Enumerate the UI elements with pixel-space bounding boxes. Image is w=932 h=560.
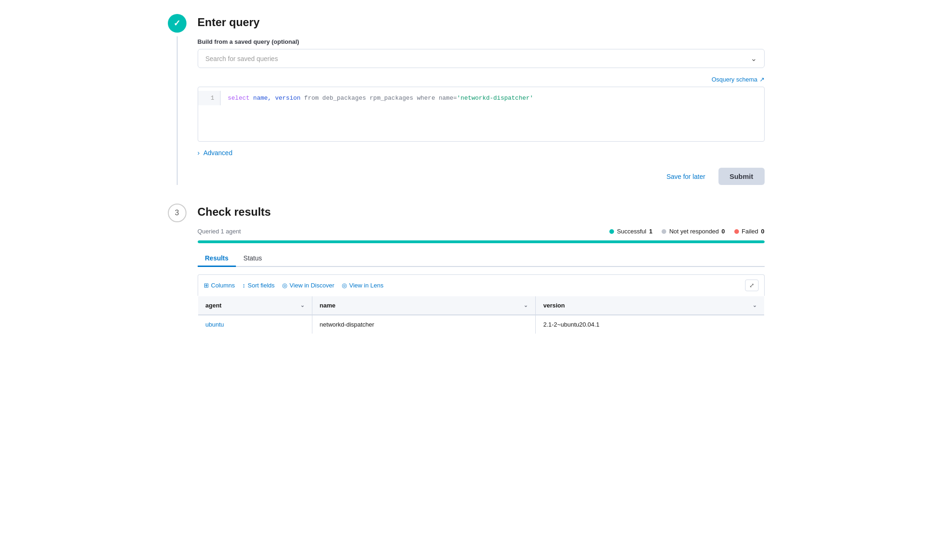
code-tables: deb_packages rpm_packages — [319, 95, 417, 102]
osquery-schema-link[interactable]: Osquery schema ↗ — [711, 76, 764, 83]
agent-link[interactable]: ubuntu — [206, 321, 224, 328]
step1-completed-indicator: ✓ — [168, 14, 186, 33]
discover-icon: ◎ — [282, 282, 287, 289]
expand-icon: ⤢ — [749, 282, 754, 289]
failed-label: Failed — [742, 228, 758, 235]
cell-agent: ubuntu — [198, 315, 312, 334]
step3-number-indicator: 3 — [168, 204, 186, 222]
not-responded-label: Not yet responded — [669, 228, 718, 235]
view-lens-button[interactable]: ◎ View in Lens — [342, 282, 383, 289]
status-failed: Failed 0 — [734, 228, 765, 235]
saved-query-dropdown[interactable]: Search for saved queries ⌄ — [198, 49, 765, 68]
code-equals: = — [453, 95, 457, 102]
code-columns: name, version — [249, 95, 304, 102]
column-name-label: name — [320, 302, 336, 309]
keyword-from: from — [304, 95, 318, 102]
code-condition-key: name — [435, 95, 453, 102]
code-line-1: 1 select name, version from deb_packages… — [198, 87, 764, 141]
successful-label: Successful — [617, 228, 646, 235]
view-discover-label: View in Discover — [290, 282, 334, 289]
osquery-schema-link-container: Osquery schema ↗ — [198, 75, 765, 83]
toolbar-left: ⊞ Columns ↕ Sort fields ◎ View in Discov… — [204, 282, 384, 289]
keyword-where: where — [417, 95, 435, 102]
cell-name: networkd-dispatcher — [312, 315, 536, 334]
advanced-toggle[interactable]: › Advanced — [198, 149, 765, 157]
progress-bar-container — [198, 240, 765, 243]
table-header-row: agent ⌄ name ⌄ version — [198, 296, 764, 315]
step3-title: Check results — [198, 205, 765, 219]
save-for-later-button[interactable]: Save for later — [659, 169, 712, 184]
view-lens-label: View in Lens — [349, 282, 383, 289]
name-sort-icon: ⌄ — [524, 302, 528, 308]
external-link-icon: ↗ — [759, 76, 765, 83]
not-responded-count: 0 — [722, 228, 725, 235]
columns-button[interactable]: ⊞ Columns — [204, 282, 235, 289]
step1-title: Enter query — [198, 16, 765, 29]
code-condition-value: 'networkd-dispatcher' — [457, 95, 533, 102]
column-version[interactable]: version ⌄ — [536, 296, 764, 315]
saved-query-label: Build from a saved query (optional) — [198, 38, 765, 45]
query-action-buttons: Save for later Submit — [198, 168, 765, 185]
status-indicators: Successful 1 Not yet responded 0 Failed … — [609, 228, 764, 235]
expand-table-button[interactable]: ⤢ — [745, 280, 759, 291]
failed-dot-icon — [734, 229, 739, 234]
tab-status[interactable]: Status — [236, 251, 269, 267]
table-row: ubuntu networkd-dispatcher 2.1-2~ubuntu2… — [198, 315, 764, 334]
dropdown-chevron-icon: ⌄ — [751, 54, 757, 63]
step1-connector-line — [177, 36, 178, 185]
saved-query-placeholder: Search for saved queries — [206, 55, 278, 62]
cell-version: 2.1-2~ubuntu20.04.1 — [536, 315, 764, 334]
progress-bar-fill — [198, 240, 765, 243]
view-discover-button[interactable]: ◎ View in Discover — [282, 282, 334, 289]
status-not-responded: Not yet responded 0 — [662, 228, 725, 235]
agent-sort-icon: ⌄ — [300, 302, 304, 308]
advanced-chevron-icon: › — [198, 149, 200, 157]
line-number-1: 1 — [198, 91, 221, 105]
results-tabs: Results Status — [198, 251, 765, 267]
success-dot-icon — [609, 229, 614, 234]
column-agent-label: agent — [206, 302, 222, 309]
queried-agent-text: Queried 1 agent — [198, 228, 241, 235]
keyword-select: select — [228, 95, 250, 102]
sort-fields-button[interactable]: ↕ Sort fields — [242, 282, 275, 289]
columns-icon: ⊞ — [204, 282, 209, 289]
column-agent[interactable]: agent ⌄ — [198, 296, 312, 315]
query-code-editor[interactable]: 1 select name, version from deb_packages… — [198, 87, 765, 142]
column-version-label: version — [543, 302, 565, 309]
successful-count: 1 — [649, 228, 652, 235]
lens-icon: ◎ — [342, 282, 347, 289]
column-name[interactable]: name ⌄ — [312, 296, 536, 315]
status-successful: Successful 1 — [609, 228, 652, 235]
results-header: Queried 1 agent Successful 1 Not yet res… — [198, 228, 765, 235]
code-text-1: select name, version from deb_packages r… — [221, 91, 764, 137]
osquery-schema-link-text: Osquery schema — [711, 76, 757, 83]
table-toolbar: ⊞ Columns ↕ Sort fields ◎ View in Discov… — [198, 274, 765, 296]
submit-button[interactable]: Submit — [718, 168, 765, 185]
tab-results[interactable]: Results — [198, 251, 236, 267]
columns-label: Columns — [211, 282, 235, 289]
sort-icon: ↕ — [242, 282, 246, 289]
version-sort-icon: ⌄ — [753, 302, 757, 308]
failed-count: 0 — [761, 228, 764, 235]
pending-dot-icon — [662, 229, 666, 234]
advanced-label: Advanced — [203, 149, 232, 157]
sort-fields-label: Sort fields — [248, 282, 275, 289]
results-table: agent ⌄ name ⌄ version — [198, 296, 765, 334]
